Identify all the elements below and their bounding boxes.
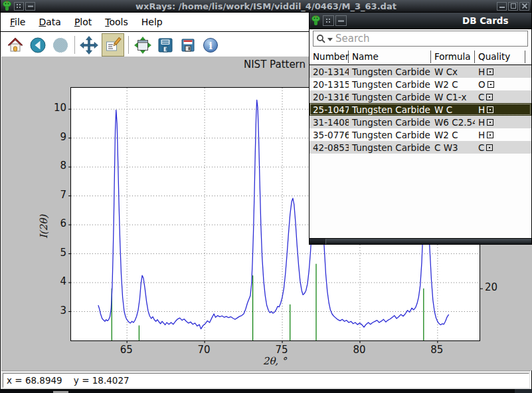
minus-icon bbox=[338, 19, 344, 23]
window-stick-button[interactable] bbox=[14, 2, 24, 11]
panel-shade-button[interactable] bbox=[335, 15, 347, 26]
fit-window-icon bbox=[134, 37, 151, 54]
save-button[interactable] bbox=[155, 35, 175, 56]
app-icon bbox=[311, 15, 321, 26]
menu-tools[interactable]: Tools bbox=[98, 14, 135, 30]
cell-formula: W C bbox=[431, 104, 475, 115]
maximize-icon bbox=[511, 3, 516, 9]
save-as-icon bbox=[181, 38, 195, 53]
y-tick-label: 9 bbox=[41, 131, 66, 143]
y-tick-label: 7 bbox=[41, 189, 66, 201]
cell-formula: C W3 bbox=[431, 142, 475, 153]
screen-edge-strip bbox=[0, 389, 532, 393]
x-axis-label: 2θ, ° bbox=[70, 355, 479, 367]
table-row[interactable]: 35-0776Tungsten CarbideW2 CH bbox=[310, 128, 531, 141]
cell-name: Tungsten Carbide bbox=[349, 117, 431, 128]
menu-help[interactable]: Help bbox=[135, 14, 169, 30]
info-button[interactable]: i bbox=[201, 35, 221, 56]
minimize-button[interactable] bbox=[497, 2, 507, 11]
close-icon bbox=[522, 3, 527, 9]
cell-name: Tungsten Carbide bbox=[349, 92, 431, 102]
titlebar[interactable]: wxRays: /home/lis/work/ISM/viddil_4/0463… bbox=[1, 0, 531, 13]
table-row[interactable]: 42-0853Tungsten CarbideC W3C bbox=[310, 141, 531, 154]
pan-button[interactable] bbox=[79, 35, 99, 56]
db-panel-title: DB Cards bbox=[462, 15, 509, 26]
cell-formula: W2 C bbox=[431, 130, 475, 140]
home-icon bbox=[7, 37, 24, 54]
table-row[interactable]: 31-1408Tungsten CarbideW6 C2.54H bbox=[310, 116, 531, 128]
toolbar-separator bbox=[128, 36, 129, 54]
cell-quality: H bbox=[475, 66, 525, 77]
toolbar-separator bbox=[74, 36, 75, 54]
cell-name: Tungsten Carbide bbox=[349, 79, 431, 90]
table-body: 20-1314Tungsten CarbideW CxH20-1315Tungs… bbox=[310, 65, 531, 154]
maximize-button[interactable] bbox=[508, 2, 518, 11]
cell-name: Tungsten Carbide bbox=[349, 130, 431, 140]
cell-formula: W2 C bbox=[431, 79, 475, 90]
home-button[interactable] bbox=[5, 35, 25, 56]
panel-stick-button[interactable] bbox=[323, 15, 334, 26]
save-icon bbox=[157, 37, 174, 54]
search-options-caret-icon[interactable] bbox=[327, 38, 333, 41]
cell-number: 20-1315 bbox=[310, 79, 349, 90]
quality-flag-icon bbox=[487, 68, 493, 75]
app-icon bbox=[2, 1, 12, 11]
db-cards-panel: DB Cards NumberNameFormulaQuality 20-131… bbox=[309, 12, 532, 245]
cell-number: 35-0776 bbox=[310, 130, 349, 140]
menu-data[interactable]: Data bbox=[32, 14, 67, 30]
x-tick-label: 80 bbox=[349, 344, 369, 356]
x-tick-label: 70 bbox=[194, 344, 214, 356]
cell-quality: H bbox=[475, 130, 525, 140]
window-shade-button[interactable] bbox=[25, 2, 35, 11]
y-tick-label: 4 bbox=[41, 275, 66, 287]
db-panel-body: NumberNameFormulaQuality 20-1314Tungsten… bbox=[310, 29, 531, 239]
cell-name: Tungsten Carbide bbox=[349, 142, 431, 153]
cell-quality: O bbox=[475, 79, 525, 90]
minimize-icon bbox=[499, 4, 505, 9]
table-row[interactable]: 20-1316Tungsten CarbideW C1-xC bbox=[310, 90, 531, 103]
cell-quality: C bbox=[475, 92, 525, 102]
column-header-name[interactable]: Name bbox=[349, 51, 431, 63]
y-axis-label: I(2θ) bbox=[38, 200, 50, 253]
x-tick-label: 75 bbox=[272, 344, 292, 356]
cell-number: 20-1316 bbox=[310, 92, 349, 102]
db-panel-titlebar[interactable]: DB Cards bbox=[310, 13, 531, 29]
edit-annotate-button[interactable] bbox=[102, 33, 124, 57]
save-as-button[interactable] bbox=[178, 35, 198, 56]
column-header-formula[interactable]: Formula bbox=[431, 51, 475, 63]
quality-flag-icon bbox=[486, 144, 493, 151]
search-icon bbox=[316, 34, 326, 44]
cell-formula: W Cx bbox=[431, 66, 475, 77]
x-tick-label: 85 bbox=[427, 344, 447, 356]
menu-plot[interactable]: Plot bbox=[68, 14, 98, 30]
svg-text:i: i bbox=[209, 40, 213, 52]
dots-grid-icon bbox=[17, 4, 21, 9]
info-icon: i bbox=[203, 37, 219, 53]
table-row[interactable]: 20-1315Tungsten CarbideW2 CO bbox=[310, 78, 531, 90]
column-header-quality[interactable]: Quality bbox=[475, 51, 525, 63]
statusbar: x = 68.8949 y = 18.4027 bbox=[1, 370, 531, 389]
right-axis-tick-label: 20 bbox=[485, 281, 505, 293]
cell-formula: W6 C2.54 bbox=[431, 117, 475, 128]
table-header: NumberNameFormulaQuality bbox=[310, 49, 531, 65]
cell-number: 20-1314 bbox=[310, 66, 349, 77]
quality-flag-icon bbox=[487, 132, 493, 138]
cell-number: 25-1047 bbox=[310, 104, 349, 115]
table-row[interactable]: 25-1047Tungsten CarbideW CH bbox=[310, 103, 531, 116]
forward-icon bbox=[52, 37, 69, 54]
panel-resize-bar[interactable] bbox=[310, 238, 531, 244]
back-button[interactable] bbox=[28, 35, 48, 56]
column-header-number[interactable]: Number bbox=[310, 51, 349, 63]
cell-number: 31-1408 bbox=[310, 117, 349, 128]
menu-file[interactable]: File bbox=[3, 14, 32, 30]
search-box[interactable] bbox=[313, 31, 528, 47]
strip-right-segment bbox=[515, 389, 532, 393]
quality-flag-icon bbox=[486, 94, 493, 100]
close-button[interactable] bbox=[519, 2, 529, 11]
forward-button[interactable] bbox=[50, 35, 70, 56]
search-input[interactable] bbox=[334, 32, 525, 45]
table-row[interactable]: 20-1314Tungsten CarbideW CxH bbox=[310, 65, 531, 78]
pan-icon bbox=[80, 36, 98, 55]
fit-window-button[interactable] bbox=[133, 35, 153, 56]
minus-icon bbox=[28, 4, 33, 9]
